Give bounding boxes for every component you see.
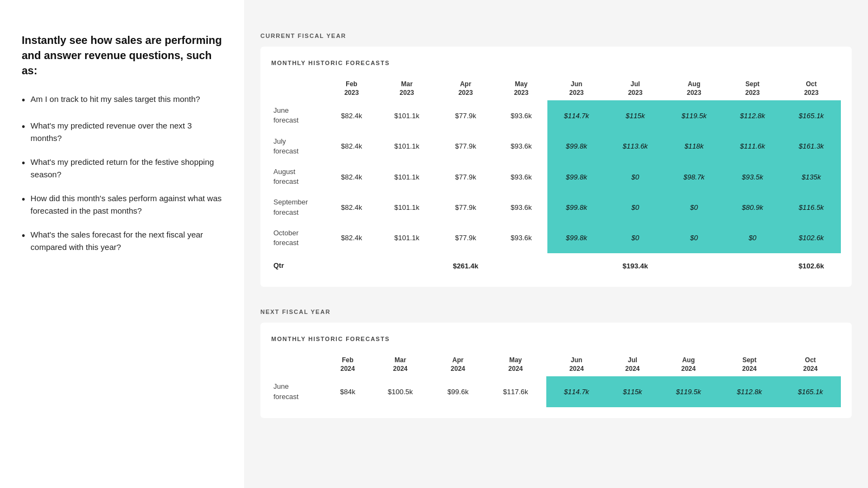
cell-2-5: $0 [606,162,665,192]
cell-4-4: $99.8k [547,223,606,253]
cell-3-6: $0 [665,192,723,222]
cell-2-4: $99.8k [547,162,606,192]
cell-0-7: $112.8k [723,100,782,131]
bullet-item-3: How did this month's sales perform again… [22,192,222,217]
col-header-5: Jul2023 [606,77,665,100]
col-header-7: Sept2023 [723,77,782,100]
cell-4-5: $0 [606,223,665,253]
row-label-4: Octoberforecast [271,223,326,253]
cell-4-2: $77.9k [436,223,495,253]
cell-0-5: $115k [606,100,665,131]
bullet-item-2: What's my predicted return for the festi… [22,156,222,181]
col-header-4: Jun2023 [547,77,606,100]
cell-0-1: $100.5k [370,376,431,407]
qtr-cell-6 [665,253,723,276]
table-card-0: MONTHLY HISTORIC FORECASTSFeb2023Mar2023… [260,47,852,287]
cell-0-0: $84k [326,376,370,407]
table-row-2: Augustforecast$82.4k$101.1k$77.9k$93.6k$… [271,162,841,192]
qtr-cell-1 [378,253,436,276]
section-label-1: NEXT FISCAL YEAR [260,309,852,315]
section-label-0: CURRENT FISCAL YEAR [260,33,852,39]
cell-4-0: $82.4k [326,223,378,253]
col-header-empty [271,353,326,376]
cell-1-3: $93.6k [495,131,547,162]
col-header-0: Feb2024 [326,353,370,376]
qtr-cell-0 [326,253,378,276]
cell-2-8: $135k [782,162,841,192]
cell-2-2: $77.9k [436,162,495,192]
cell-2-1: $101.1k [378,162,436,192]
right-panel: CURRENT FISCAL YEARMONTHLY HISTORIC FORE… [244,0,868,488]
cell-0-3: $117.6k [485,376,546,407]
cell-1-7: $111.6k [723,131,782,162]
col-header-3: May2023 [495,77,547,100]
table-row-0: Juneforecast$82.4k$101.1k$77.9k$93.6k$11… [271,100,841,131]
cell-1-0: $82.4k [326,131,378,162]
qtr-row: Qtr$261.4k$193.4k$102.6k [271,253,841,276]
row-label-1: Julyforecast [271,131,326,162]
bullet-item-1: What's my predicted revenue over the nex… [22,120,222,144]
col-header-7: Sept2024 [719,353,780,376]
col-header-3: May2024 [485,353,546,376]
cell-0-0: $82.4k [326,100,378,131]
cell-0-3: $93.6k [495,100,547,131]
cell-3-7: $80.9k [723,192,782,222]
cell-4-7: $0 [723,223,782,253]
cell-3-2: $77.9k [436,192,495,222]
row-label-2: Augustforecast [271,162,326,192]
col-header-2: Apr2024 [431,353,485,376]
col-header-empty [271,77,326,100]
table-card-title-1: MONTHLY HISTORIC FORECASTS [271,336,841,342]
qtr-cell-3 [495,253,547,276]
forecast-table-1: Feb2024Mar2024Apr2024May2024Jun2024Jul20… [271,353,841,407]
cell-3-3: $93.6k [495,192,547,222]
forecast-table-0: Feb2023Mar2023Apr2023May2023Jun2023Jul20… [271,77,841,276]
col-header-8: Oct2024 [780,353,841,376]
col-header-1: Mar2023 [378,77,436,100]
cell-1-5: $113.6k [606,131,665,162]
cell-4-6: $0 [665,223,723,253]
cell-2-0: $82.4k [326,162,378,192]
qtr-cell-2: $261.4k [436,253,495,276]
table-row-4: Octoberforecast$82.4k$101.1k$77.9k$93.6k… [271,223,841,253]
col-header-0: Feb2023 [326,77,378,100]
cell-2-3: $93.6k [495,162,547,192]
cell-0-4: $114.7k [546,376,607,407]
cell-1-1: $101.1k [378,131,436,162]
cell-3-4: $99.8k [547,192,606,222]
col-header-5: Jul2024 [607,353,658,376]
qtr-label: Qtr [271,253,326,276]
cell-1-2: $77.9k [436,131,495,162]
cell-0-1: $101.1k [378,100,436,131]
row-label-0: Juneforecast [271,376,326,407]
row-label-3: Septemberforecast [271,192,326,222]
cell-0-6: $119.5k [665,100,723,131]
bullet-list: Am I on track to hit my sales target thi… [22,93,222,253]
bullet-item-4: What's the sales forecast for the next f… [22,229,222,253]
cell-1-4: $99.8k [547,131,606,162]
qtr-cell-5: $193.4k [606,253,665,276]
qtr-cell-8: $102.6k [782,253,841,276]
cell-0-2: $77.9k [436,100,495,131]
cell-2-7: $93.5k [723,162,782,192]
cell-3-5: $0 [606,192,665,222]
left-panel: Instantly see how sales are performing a… [0,0,244,488]
cell-0-7: $112.8k [719,376,780,407]
table-card-title-0: MONTHLY HISTORIC FORECASTS [271,60,841,66]
col-header-1: Mar2024 [370,353,431,376]
qtr-cell-4 [547,253,606,276]
col-header-2: Apr2023 [436,77,495,100]
col-header-4: Jun2024 [546,353,607,376]
row-label-0: Juneforecast [271,100,326,131]
table-row-0: Juneforecast$84k$100.5k$99.6k$117.6k$114… [271,376,841,407]
col-header-6: Aug2024 [658,353,719,376]
table-card-1: MONTHLY HISTORIC FORECASTSFeb2024Mar2024… [260,323,852,418]
table-row-1: Julyforecast$82.4k$101.1k$77.9k$93.6k$99… [271,131,841,162]
cell-0-6: $119.5k [658,376,719,407]
heading: Instantly see how sales are performing a… [22,33,222,78]
cell-4-8: $102.6k [782,223,841,253]
cell-1-6: $118k [665,131,723,162]
cell-2-6: $98.7k [665,162,723,192]
cell-4-3: $93.6k [495,223,547,253]
cell-0-8: $165.1k [780,376,841,407]
